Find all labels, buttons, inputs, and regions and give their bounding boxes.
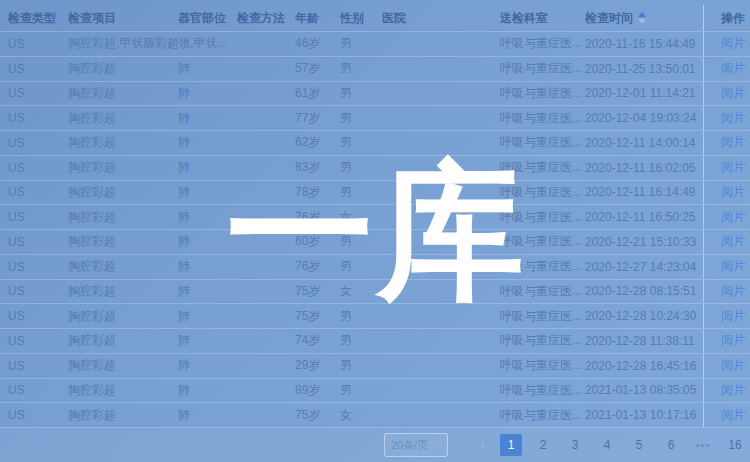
page-number-button[interactable]: 6	[660, 434, 682, 456]
col-header-gender[interactable]: 性别	[340, 10, 382, 27]
read-film-link[interactable]: 阅片	[721, 258, 745, 275]
col-header-exam-time[interactable]: 检查时间	[585, 10, 703, 27]
table-row[interactable]: US 胸腔彩超 肺 75岁 男 呼吸与重症医... 2020-12-28 10:…	[0, 304, 750, 329]
cell-organ-part: 肺	[178, 332, 237, 349]
prev-page-button[interactable]: ‹	[472, 434, 494, 456]
sort-asc-icon[interactable]	[638, 12, 646, 17]
cell-department: 呼吸与重症医...	[500, 283, 585, 300]
cell-exam-item: 胸腔彩超	[68, 332, 178, 349]
table-row[interactable]: US 胸腔彩超 肺 61岁 男 呼吸与重症医... 2020-12-01 11:…	[0, 82, 750, 107]
read-film-link[interactable]: 阅片	[721, 159, 745, 176]
page-number-button[interactable]: 4	[596, 434, 618, 456]
cell-age: 78岁	[295, 184, 340, 201]
read-film-link[interactable]: 阅片	[721, 283, 745, 300]
cell-action: 阅片	[703, 131, 750, 155]
cell-age: 61岁	[295, 85, 340, 102]
table-row[interactable]: US 胸腔彩超 肺 29岁 男 呼吸与重症医... 2020-12-28 16:…	[0, 354, 750, 379]
cell-department: 呼吸与重症医...	[500, 85, 585, 102]
cell-age: 75岁	[295, 407, 340, 424]
col-header-exam-item[interactable]: 检查项目	[68, 10, 178, 27]
read-film-link[interactable]: 阅片	[721, 110, 745, 127]
read-film-link[interactable]: 阅片	[721, 357, 745, 374]
read-film-link[interactable]: 阅片	[721, 60, 745, 77]
cell-exam-item: 胸腔彩超	[68, 159, 178, 176]
read-film-link[interactable]: 阅片	[721, 382, 745, 399]
cell-exam-time: 2021-01-13 10:17:16	[585, 408, 703, 422]
read-film-link[interactable]: 阅片	[721, 407, 745, 424]
cell-age: 75岁	[295, 308, 340, 325]
cell-exam-type: US	[8, 334, 68, 348]
table-row[interactable]: US 胸腔彩超 肺 75岁 女 呼吸与重症医... 2021-01-13 10:…	[0, 403, 750, 428]
cell-exam-type: US	[8, 309, 68, 323]
cell-exam-time: 2021-01-13 08:35:05	[585, 383, 703, 397]
table-row[interactable]: US 胸腔彩超 肺 62岁 男 呼吸与重症医... 2020-12-11 14:…	[0, 131, 750, 156]
cell-age: 46岁	[295, 35, 340, 52]
read-film-link[interactable]: 阅片	[721, 233, 745, 250]
sort-icon[interactable]	[638, 12, 646, 24]
col-header-department[interactable]: 送检科室	[500, 10, 585, 27]
table-row[interactable]: US 胸腔彩超 肺 83岁 男 呼吸与重症医... 2020-12-11 16:…	[0, 156, 750, 181]
cell-exam-type: US	[8, 37, 68, 51]
cell-department: 呼吸与重症医...	[500, 184, 585, 201]
cell-organ-part: 肺	[178, 184, 237, 201]
page-number-button[interactable]: 2	[532, 434, 554, 456]
sort-desc-icon[interactable]	[638, 19, 646, 24]
read-film-link[interactable]: 阅片	[721, 85, 745, 102]
cell-exam-time: 2020-12-28 10:24:30	[585, 309, 703, 323]
page-number-button[interactable]: 3	[564, 434, 586, 456]
read-film-link[interactable]: 阅片	[721, 332, 745, 349]
read-film-link[interactable]: 阅片	[721, 209, 745, 226]
col-header-age[interactable]: 年龄	[295, 10, 340, 27]
table-row[interactable]: US 胸腔彩超,甲状腺彩超 颈,甲状... 46岁 男 呼吸与重症医... 20…	[0, 32, 750, 57]
cell-age: 57岁	[295, 60, 340, 77]
page-number-list: 123456•••16	[500, 434, 746, 456]
read-film-link[interactable]: 阅片	[721, 184, 745, 201]
cell-exam-time: 2020-12-28 08:15:51	[585, 284, 703, 298]
cell-exam-item: 胸腔彩超	[68, 233, 178, 250]
cell-gender: 女	[340, 407, 382, 424]
exam-table: 检查类型 检查项目 器官部位 检查方法 年龄 性别 医院 送检科室 检查时间 操…	[0, 5, 750, 428]
cell-organ-part: 肺	[178, 357, 237, 374]
page-number-button[interactable]: 1	[500, 434, 522, 456]
read-film-link[interactable]: 阅片	[721, 308, 745, 325]
table-row[interactable]: US 胸腔彩超 肺 57岁 男 呼吸与重症医... 2020-11-25 13:…	[0, 57, 750, 82]
table-row[interactable]: US 胸腔彩超 肺 60岁 男 呼吸与重症医... 2020-12-21 15:…	[0, 230, 750, 255]
col-header-organ-part[interactable]: 器官部位	[178, 10, 237, 27]
page-number-button[interactable]: 5	[628, 434, 650, 456]
cell-gender: 男	[340, 258, 382, 275]
col-header-hospital[interactable]: 医院	[382, 10, 500, 27]
cell-exam-time: 2020-11-16 15:44:49	[585, 37, 703, 51]
read-film-link[interactable]: 阅片	[721, 35, 745, 52]
cell-action: 阅片	[703, 205, 750, 229]
table-row[interactable]: US 胸腔彩超 肺 76岁 男 呼吸与重症医... 2020-12-27 14:…	[0, 255, 750, 280]
page-size-select[interactable]: 20条/页 ˅	[384, 433, 448, 457]
col-header-exam-method[interactable]: 检查方法	[237, 10, 295, 27]
table-row[interactable]: US 胸腔彩超 肺 77岁 男 呼吸与重症医... 2020-12-04 19:…	[0, 106, 750, 131]
cell-age: 83岁	[295, 159, 340, 176]
col-header-exam-type[interactable]: 检查类型	[8, 10, 68, 27]
cell-exam-time: 2020-12-11 16:02:05	[585, 161, 703, 175]
exam-list-screen: 检查类型 检查项目 器官部位 检查方法 年龄 性别 医院 送检科室 检查时间 操…	[0, 0, 750, 462]
cell-organ-part: 肺	[178, 233, 237, 250]
cell-exam-type: US	[8, 359, 68, 373]
table-row[interactable]: US 胸腔彩超 肺 89岁 男 呼吸与重症医... 2021-01-13 08:…	[0, 379, 750, 404]
cell-exam-item: 胸腔彩超	[68, 184, 178, 201]
cell-exam-type: US	[8, 62, 68, 76]
page-number-button[interactable]: 16	[724, 434, 746, 456]
read-film-link[interactable]: 阅片	[721, 134, 745, 151]
table-row[interactable]: US 胸腔彩超 肺 74岁 男 呼吸与重症医... 2020-12-28 11:…	[0, 329, 750, 354]
page-ellipsis-button[interactable]: •••	[692, 434, 714, 456]
cell-exam-time: 2020-12-27 14:23:04	[585, 260, 703, 274]
cell-action: 阅片	[703, 329, 750, 353]
cell-exam-item: 胸腔彩超	[68, 258, 178, 275]
cell-exam-item: 胸腔彩超	[68, 110, 178, 127]
chevron-down-icon: ˅	[435, 440, 442, 450]
cell-exam-time: 2020-12-28 11:38:11	[585, 334, 703, 348]
cell-department: 呼吸与重症医...	[500, 258, 585, 275]
cell-department: 呼吸与重症医...	[500, 357, 585, 374]
cell-gender: 男	[340, 184, 382, 201]
table-row[interactable]: US 胸腔彩超 肺 76岁 女 呼吸与重症医... 2020-12-11 16:…	[0, 205, 750, 230]
cell-organ-part: 肺	[178, 85, 237, 102]
table-row[interactable]: US 胸腔彩超 肺 75岁 女 呼吸与重症医... 2020-12-28 08:…	[0, 280, 750, 305]
table-row[interactable]: US 胸腔彩超 肺 78岁 男 呼吸与重症医... 2020-12-11 16:…	[0, 181, 750, 206]
